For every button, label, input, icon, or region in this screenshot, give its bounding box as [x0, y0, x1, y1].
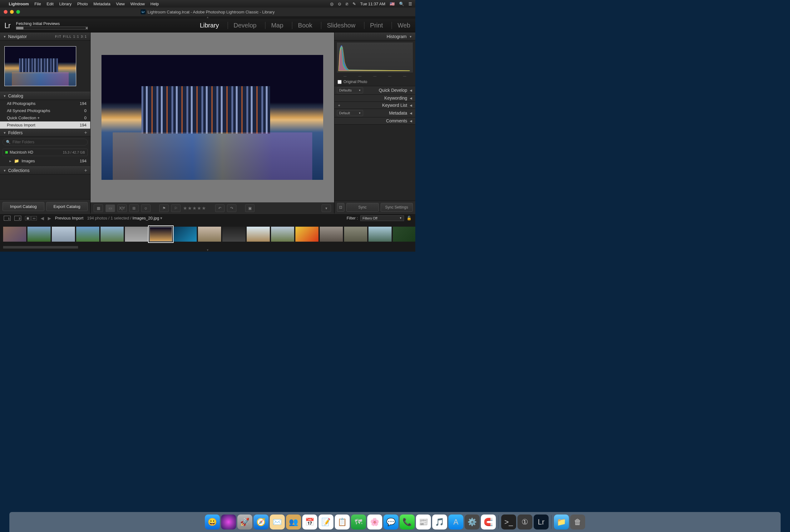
- catalog-item[interactable]: All Photographs194: [0, 100, 90, 107]
- flag-pick-button[interactable]: ⚑: [159, 205, 169, 212]
- grid-view-button[interactable]: ▦: [94, 205, 103, 212]
- navigator-preview[interactable]: [0, 41, 90, 92]
- navigator-zoom-options[interactable]: FIT FILL 1:1 3:1: [55, 35, 87, 38]
- original-photo-checkbox[interactable]: [338, 80, 342, 84]
- filmstrip-thumbnail[interactable]: [52, 227, 75, 242]
- menu-view[interactable]: View: [116, 2, 125, 6]
- main-image[interactable]: [101, 55, 323, 180]
- disclosure-triangle-icon[interactable]: ▼: [409, 35, 412, 38]
- menu-metadata[interactable]: Metadata: [93, 2, 110, 6]
- go-back-button[interactable]: ◀: [41, 216, 44, 221]
- close-window-button[interactable]: [4, 10, 7, 14]
- sync-status-icon[interactable]: ⊙: [338, 2, 341, 6]
- quick-develop-label[interactable]: Quick Develop: [365, 88, 407, 93]
- image-canvas[interactable]: [91, 33, 334, 202]
- rotate-cw-button[interactable]: ↷: [227, 205, 237, 212]
- filmstrip-thumbnail[interactable]: [271, 227, 294, 242]
- sync-settings-button[interactable]: Sync Settings: [381, 203, 413, 212]
- metadata-preset-select[interactable]: Default▼: [337, 110, 363, 116]
- filter-preset-select[interactable]: Filters Off▼: [360, 215, 404, 221]
- disclosure-triangle-icon[interactable]: ◀: [409, 104, 413, 107]
- slideshow-button[interactable]: ▣: [245, 205, 255, 212]
- minimize-window-button[interactable]: [10, 10, 14, 14]
- filmstrip-thumbnail[interactable]: [393, 227, 415, 242]
- disclosure-triangle-icon[interactable]: ▼: [3, 169, 6, 172]
- filmstrip-thumbnail[interactable]: [198, 227, 221, 242]
- menu-photo[interactable]: Photo: [77, 2, 88, 6]
- menu-edit[interactable]: Edit: [46, 2, 53, 6]
- filmstrip[interactable]: [0, 222, 415, 246]
- filmstrip-thumbnail[interactable]: [344, 227, 367, 242]
- catalog-item[interactable]: Quick Collection +0: [0, 114, 90, 121]
- filmstrip-thumbnail[interactable]: [100, 227, 124, 242]
- rotate-ccw-button[interactable]: ↶: [215, 205, 225, 212]
- histogram-graph[interactable]: [337, 42, 413, 72]
- flag-reject-button[interactable]: ⚐: [171, 205, 181, 212]
- filmstrip-thumbnail[interactable]: [369, 227, 392, 242]
- identity-plate[interactable]: Lr: [4, 21, 10, 30]
- module-library[interactable]: Library: [200, 22, 220, 29]
- disclosure-triangle-icon[interactable]: ◀: [409, 119, 413, 123]
- module-print[interactable]: Print: [364, 22, 383, 29]
- flag-icon[interactable]: 🇺🇸: [390, 2, 395, 6]
- filmstrip-thumbnail[interactable]: [125, 227, 148, 242]
- module-book[interactable]: Book: [292, 22, 313, 29]
- go-forward-button[interactable]: ▶: [48, 216, 51, 221]
- export-catalog-button[interactable]: Export Catalog: [46, 202, 88, 211]
- filmstrip-source-menu[interactable]: ▾: [160, 216, 162, 221]
- toolbar-menu-button[interactable]: ▾: [322, 205, 331, 212]
- collections-panel-header[interactable]: ▼ Collections +: [0, 166, 90, 174]
- script-icon[interactable]: ✎: [353, 2, 356, 6]
- filmstrip-thumbnail[interactable]: [27, 227, 51, 242]
- catalog-panel-header[interactable]: ▼ Catalog: [0, 92, 90, 100]
- sync-switch-button[interactable]: ⊡: [337, 203, 344, 212]
- add-collection-button[interactable]: +: [84, 168, 87, 173]
- folder-row[interactable]: ▸📁Images 194: [0, 157, 90, 165]
- rating-stars[interactable]: ★★★★★: [183, 205, 206, 211]
- module-develop[interactable]: Develop: [228, 22, 257, 29]
- comments-label[interactable]: Comments: [343, 118, 407, 123]
- filmstrip-thumbnail[interactable]: [174, 227, 197, 242]
- catalog-item[interactable]: Previous Import194: [0, 121, 90, 129]
- filter-lock-icon[interactable]: 🔓: [407, 216, 412, 221]
- top-panel-grip[interactable]: ▲: [0, 16, 415, 19]
- menu-help[interactable]: Help: [151, 2, 159, 6]
- histogram-panel-header[interactable]: Histogram ▼: [334, 33, 415, 41]
- people-view-button[interactable]: ☺: [141, 205, 151, 212]
- folder-triangle-icon[interactable]: ▸: [10, 158, 12, 163]
- compare-view-button[interactable]: X|Y: [117, 205, 127, 212]
- disclosure-triangle-icon[interactable]: ▼: [3, 131, 6, 135]
- menu-file[interactable]: File: [34, 2, 41, 6]
- filmstrip-thumbnail[interactable]: [76, 227, 99, 242]
- cc-icon[interactable]: ◎: [330, 2, 334, 6]
- main-window-button[interactable]: 1: [4, 216, 11, 221]
- disclosure-triangle-icon[interactable]: ▼: [3, 94, 6, 98]
- filmstrip-thumbnail[interactable]: [320, 227, 343, 242]
- bottom-panel-grip[interactable]: ▼: [0, 249, 415, 252]
- disclosure-triangle-icon[interactable]: ◀: [409, 89, 413, 92]
- module-slideshow[interactable]: Slideshow: [321, 22, 356, 29]
- disclosure-triangle-icon[interactable]: ◀: [409, 96, 413, 100]
- folders-panel-header[interactable]: ▼ Folders +: [0, 129, 90, 137]
- navigator-thumbnail[interactable]: [4, 46, 76, 86]
- keyword-list-label[interactable]: Keyword List: [343, 103, 407, 108]
- filmstrip-thumbnail[interactable]: [149, 227, 172, 242]
- cancel-activity-button[interactable]: ✕: [85, 26, 88, 30]
- folder-filter-input[interactable]: 🔍 Filter Folders: [2, 139, 88, 146]
- quick-develop-preset-select[interactable]: Defaults▼: [337, 87, 363, 93]
- filmstrip-thumbnail[interactable]: [222, 227, 245, 242]
- survey-view-button[interactable]: ⊞: [129, 205, 139, 212]
- disclosure-triangle-icon[interactable]: ▼: [3, 35, 6, 38]
- disclosure-triangle-icon[interactable]: ◀: [409, 112, 413, 115]
- app-menu[interactable]: Lightroom: [9, 2, 29, 6]
- loupe-view-button[interactable]: ▭: [106, 205, 115, 212]
- menu-window[interactable]: Window: [131, 2, 145, 6]
- module-web[interactable]: Web: [392, 22, 411, 29]
- metadata-label[interactable]: Metadata: [365, 111, 407, 115]
- filmstrip-thumbnail[interactable]: [3, 227, 26, 242]
- zoom-window-button[interactable]: [16, 10, 20, 14]
- filmstrip-thumbnail[interactable]: [247, 227, 270, 242]
- volume-row[interactable]: Macintosh HD 15.3 / 42.7 GB: [2, 149, 88, 156]
- filmstrip-scrollbar[interactable]: [3, 246, 78, 248]
- module-map[interactable]: Map: [265, 22, 284, 29]
